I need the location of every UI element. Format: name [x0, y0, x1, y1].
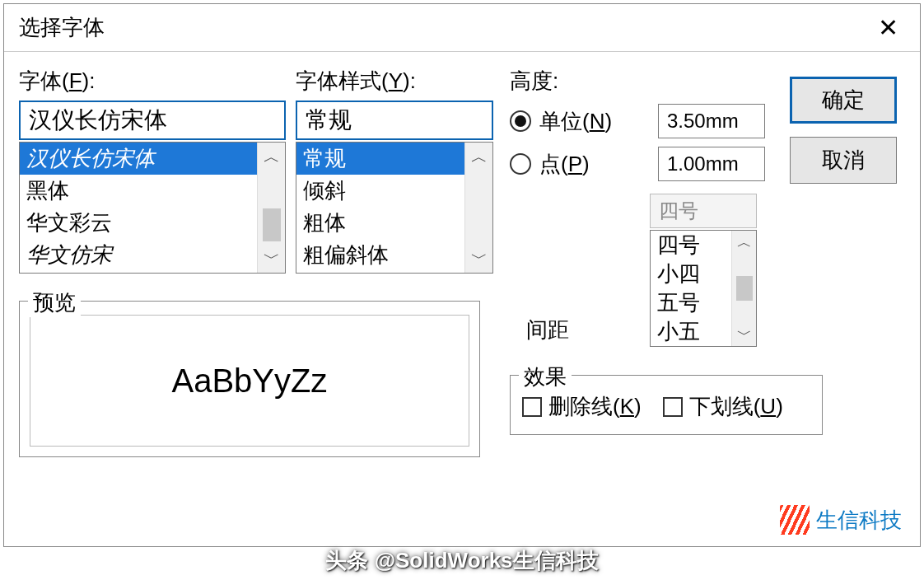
- size-value-input: [650, 194, 757, 228]
- preview-fieldset: 预览 AaBbYyZz: [19, 301, 480, 457]
- dialog-title: 选择字体: [19, 13, 105, 42]
- watermark-text: 头条 @SolidWorks生信科技: [0, 546, 924, 575]
- style-label-text: 字体样式: [296, 68, 381, 93]
- list-item[interactable]: 华文仿宋: [20, 239, 285, 271]
- unit-value-input[interactable]: [658, 104, 765, 138]
- strikeout-checkbox[interactable]: [522, 397, 542, 417]
- list-item[interactable]: 黑体: [20, 175, 285, 207]
- font-label: 字体(F):: [19, 67, 286, 96]
- underline-checkbox[interactable]: [663, 397, 683, 417]
- scrollbar[interactable]: ︿ ﹀: [464, 143, 492, 273]
- font-section: 字体(F): 汉仪长仿宋体 黑体 华文彩云 华文仿宋 ︿ ﹀: [19, 67, 286, 274]
- point-label: 点(P): [539, 150, 590, 179]
- list-item[interactable]: 粗偏斜体: [296, 239, 492, 271]
- font-dialog: 选择字体 ✕ 字体(F): 汉仪长仿宋体 黑体 华文彩云 华文仿宋 ︿ ﹀: [3, 3, 921, 547]
- point-radio-row: 点(P): [510, 147, 765, 181]
- unit-radio[interactable]: [510, 110, 531, 132]
- style-listbox[interactable]: 常规 倾斜 粗体 粗偏斜体 ︿ ﹀: [296, 142, 493, 274]
- list-item[interactable]: 粗体: [296, 207, 492, 239]
- effects-legend: 效果: [519, 362, 572, 391]
- close-icon[interactable]: ✕: [871, 10, 905, 45]
- preview-sample: AaBbYyZz: [172, 362, 328, 400]
- cancel-button[interactable]: 取消: [790, 137, 897, 184]
- chevron-up-icon[interactable]: ︿: [264, 143, 280, 171]
- effects-section: 效果 删除线(K) 下划线(U): [510, 365, 823, 435]
- underline-label: 下划线(U): [689, 392, 783, 421]
- chevron-up-icon[interactable]: ︿: [471, 143, 488, 171]
- point-value-input[interactable]: [658, 147, 765, 181]
- style-list-items: 常规 倾斜 粗体 粗偏斜体: [296, 143, 492, 273]
- style-label: 字体样式(Y):: [296, 67, 493, 96]
- titlebar: 选择字体 ✕: [4, 4, 920, 52]
- point-radio[interactable]: [510, 153, 531, 175]
- strikeout-row: 删除线(K): [522, 392, 642, 421]
- ok-button[interactable]: 确定: [790, 77, 897, 124]
- font-input[interactable]: [19, 101, 286, 140]
- unit-label: 单位(N): [539, 107, 612, 136]
- preview-section: 预览 AaBbYyZz: [19, 291, 480, 457]
- height-label: 高度:: [510, 67, 765, 96]
- scrollbar[interactable]: ︿ ﹀: [731, 231, 756, 346]
- height-section: 高度: 单位(N) 点(P): [510, 67, 765, 189]
- chevron-down-icon[interactable]: ﹀: [471, 244, 488, 273]
- preview-legend: 预览: [28, 288, 81, 317]
- font-list-items: 汉仪长仿宋体 黑体 华文彩云 华文仿宋: [20, 143, 285, 273]
- list-item[interactable]: 倾斜: [296, 175, 492, 207]
- list-item[interactable]: 汉仪长仿宋体: [20, 143, 285, 175]
- scrollbar[interactable]: ︿ ﹀: [257, 143, 285, 273]
- chevron-up-icon[interactable]: ︿: [737, 231, 752, 254]
- size-section: 四号 小四 五号 小五 ︿ ﹀: [650, 194, 757, 347]
- unit-radio-row: 单位(N): [510, 104, 765, 138]
- font-listbox[interactable]: 汉仪长仿宋体 黑体 华文彩云 华文仿宋 ︿ ﹀: [19, 142, 286, 274]
- list-item[interactable]: 华文彩云: [20, 207, 285, 239]
- style-hotkey: Y: [389, 68, 403, 93]
- style-input[interactable]: [296, 101, 493, 140]
- font-hotkey: F: [69, 68, 82, 93]
- style-section: 字体样式(Y): 常规 倾斜 粗体 粗偏斜体 ︿ ﹀: [296, 67, 493, 274]
- font-label-text: 字体: [19, 68, 62, 93]
- scroll-thumb[interactable]: [263, 208, 281, 241]
- brand-text: 生信科技: [816, 506, 902, 535]
- dialog-body: 字体(F): 汉仪长仿宋体 黑体 华文彩云 华文仿宋 ︿ ﹀ 字体样: [4, 52, 920, 546]
- spacing-label: 间距: [526, 316, 569, 344]
- underline-row: 下划线(U): [663, 392, 783, 421]
- button-column: 确定 取消: [790, 77, 903, 184]
- size-listbox[interactable]: 四号 小四 五号 小五 ︿ ﹀: [650, 230, 757, 347]
- list-item[interactable]: 常规: [296, 143, 492, 175]
- brand-icon: [780, 505, 810, 535]
- chevron-down-icon[interactable]: ﹀: [264, 244, 280, 273]
- effects-fieldset: 效果 删除线(K) 下划线(U): [510, 375, 823, 435]
- brand-logo: 生信科技: [780, 505, 902, 535]
- chevron-down-icon[interactable]: ﹀: [737, 323, 752, 346]
- scroll-thumb[interactable]: [736, 276, 753, 301]
- strikeout-label: 删除线(K): [548, 392, 642, 421]
- preview-box: AaBbYyZz: [30, 315, 469, 447]
